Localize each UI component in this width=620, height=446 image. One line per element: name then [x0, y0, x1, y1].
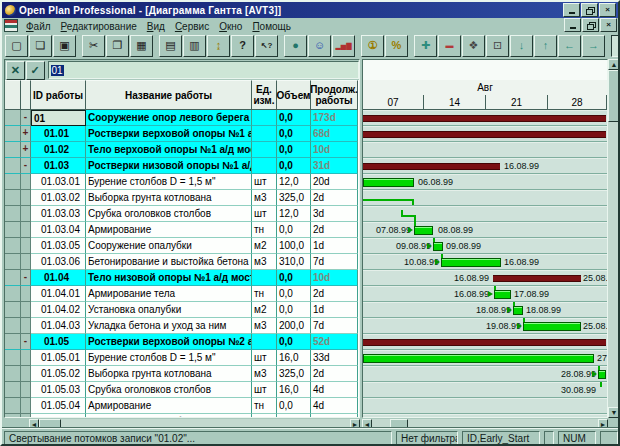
cell-id[interactable]: 01.05.05: [31, 414, 86, 418]
expander-toggle[interactable]: -: [21, 270, 31, 286]
cell-duration[interactable]: 173d: [311, 110, 358, 126]
cell-unit[interactable]: [252, 270, 277, 286]
cell-id[interactable]: 01.04: [31, 270, 86, 286]
cell-volume[interactable]: 0,0: [277, 270, 311, 286]
activity-bar[interactable]: [441, 258, 501, 267]
cell-name[interactable]: Сооружение опалубки: [86, 238, 252, 254]
cost-units-button[interactable]: ①: [361, 35, 384, 57]
cell-duration[interactable]: 2d: [311, 366, 358, 382]
expander-toggle[interactable]: +: [21, 126, 31, 142]
cell-name[interactable]: Армирование: [86, 398, 252, 414]
cell-unit[interactable]: [252, 334, 277, 350]
header-id[interactable]: ID работы: [31, 80, 86, 110]
cell-volume[interactable]: 0,0: [277, 302, 311, 318]
arrow-down-button[interactable]: ↓: [510, 35, 533, 57]
table-row[interactable]: 01.05.02Выборка грунта котлованам3325,02…: [5, 366, 359, 382]
activity-bar[interactable]: [513, 306, 523, 315]
expander-toggle[interactable]: -: [21, 158, 31, 174]
row-header-cell[interactable]: [5, 110, 21, 126]
open-file-button[interactable]: ❏: [29, 35, 52, 57]
cell-volume[interactable]: 16,0: [277, 350, 311, 366]
link-activities-button[interactable]: ❖: [462, 35, 485, 57]
cell-id[interactable]: 01.01: [31, 126, 86, 142]
cell-duration[interactable]: 4d: [311, 382, 358, 398]
row-header-cell[interactable]: [5, 126, 21, 142]
add-activity-button[interactable]: ✚: [414, 35, 437, 57]
cell-name[interactable]: Бурение столбов D = 1,5 м": [86, 174, 252, 190]
cell-id[interactable]: 01.05: [31, 334, 86, 350]
child-minimize-button[interactable]: [564, 18, 581, 32]
cell-volume[interactable]: 0,0: [277, 110, 311, 126]
row-header-cell[interactable]: [5, 238, 21, 254]
cell-unit[interactable]: тн: [252, 286, 277, 302]
cell-duration[interactable]: 1d: [311, 302, 358, 318]
header-volume[interactable]: Объем: [277, 80, 311, 110]
table-row[interactable]: 01.03.01Бурение столбов D = 1,5 м"шт12,0…: [5, 174, 359, 190]
cell-unit[interactable]: [252, 110, 277, 126]
cell-name[interactable]: Бурение столбов D = 1,5 м": [86, 350, 252, 366]
confirm-edit-button[interactable]: ✓: [26, 61, 45, 80]
cell-id[interactable]: 01.02: [31, 142, 86, 158]
cell-volume[interactable]: 0,0: [277, 126, 311, 142]
row-header-cell[interactable]: [5, 334, 21, 350]
cell-name[interactable]: Выборка грунта котлована: [86, 190, 252, 206]
cell-unit[interactable]: шт: [252, 350, 277, 366]
page-arrows-button[interactable]: ↨: [207, 35, 230, 57]
table-row[interactable]: 01.05.01Бурение столбов D = 1,5 м"шт16,0…: [5, 350, 359, 366]
cell-unit[interactable]: [252, 158, 277, 174]
activity-bar[interactable]: [494, 290, 511, 299]
cell-duration[interactable]: 2d: [311, 190, 358, 206]
arrow-up-button[interactable]: ↑: [534, 35, 557, 57]
row-header-cell[interactable]: [5, 286, 21, 302]
cell-id[interactable]: 01.03.01: [31, 174, 86, 190]
cell-unit[interactable]: м3: [252, 318, 277, 334]
cell-volume[interactable]: 0,0: [277, 222, 311, 238]
cell-name[interactable]: Бетонирование и выстойка бетона: [86, 254, 252, 270]
row-header-cell[interactable]: [5, 398, 21, 414]
row-header-cell[interactable]: [5, 318, 21, 334]
cell-name[interactable]: Армирование тела: [86, 286, 252, 302]
document-window-icon[interactable]: [4, 19, 18, 32]
cell-name[interactable]: Ростверки верховой опоры №2 а/д: [86, 334, 252, 350]
cell-volume[interactable]: 310,0: [277, 254, 311, 270]
minimize-button[interactable]: [563, 3, 580, 17]
table-row[interactable]: 01.04.02Установка опалубким20,01d: [5, 302, 359, 318]
cell-duration[interactable]: 3d: [311, 206, 358, 222]
row-header-cell[interactable]: [5, 206, 21, 222]
resources-button[interactable]: ☺: [308, 35, 331, 57]
child-close-button[interactable]: ×: [600, 18, 617, 32]
cell-duration[interactable]: 2d: [311, 286, 358, 302]
new-document-button[interactable]: ▢: [5, 35, 28, 57]
histogram-button[interactable]: ▂▅▇: [332, 35, 355, 57]
table-row[interactable]: 01.05.03Срубка оголовков столбовшт16,04d: [5, 382, 359, 398]
arrow-left-button[interactable]: ←: [558, 35, 581, 57]
activity-bar[interactable]: [363, 354, 594, 363]
cell-name[interactable]: Тело низовой опоры №1 а/д моста: [86, 270, 252, 286]
cell-duration[interactable]: 31d: [311, 158, 358, 174]
table-row[interactable]: -01.05Ростверки верховой опоры №2 а/д0,0…: [5, 334, 359, 350]
cell-id[interactable]: 01.04.02: [31, 302, 86, 318]
cell-duration[interactable]: 7d: [311, 318, 358, 334]
cell-duration[interactable]: 2d: [311, 414, 358, 418]
context-help-button[interactable]: ↖?: [255, 35, 278, 57]
cell-duration[interactable]: 4d: [311, 398, 358, 414]
summary-bar[interactable]: [363, 339, 606, 346]
cell-name[interactable]: Ростверки верховой опоры №1 а/д: [86, 126, 252, 142]
cell-id[interactable]: 01.03: [31, 158, 86, 174]
table-row[interactable]: 01.05.05Сооружение опалубким293,02d: [5, 414, 359, 418]
expander-toggle[interactable]: -: [21, 334, 31, 350]
scroll-down-button[interactable]: ▼: [608, 407, 620, 418]
expander-toggle[interactable]: -: [21, 110, 31, 126]
delete-activity-button[interactable]: ▬: [438, 35, 461, 57]
row-header-cell[interactable]: [5, 158, 21, 174]
cell-id[interactable]: 01.05.04: [31, 398, 86, 414]
cell-name[interactable]: Сооружение опалубки: [86, 414, 252, 418]
table-row[interactable]: 01.04.03Укладка бетона и уход за нимм320…: [5, 318, 359, 334]
scroll-up-button[interactable]: ▲: [608, 59, 620, 70]
cell-volume[interactable]: 0,0: [277, 158, 311, 174]
cell-volume[interactable]: 0,0: [277, 142, 311, 158]
gantt-vertical-scrollbar[interactable]: ▲ ▼: [608, 59, 620, 418]
activity-bar[interactable]: [363, 178, 414, 187]
activity-bar[interactable]: [433, 242, 443, 251]
cell-name[interactable]: Срубка оголовков столбов: [86, 382, 252, 398]
